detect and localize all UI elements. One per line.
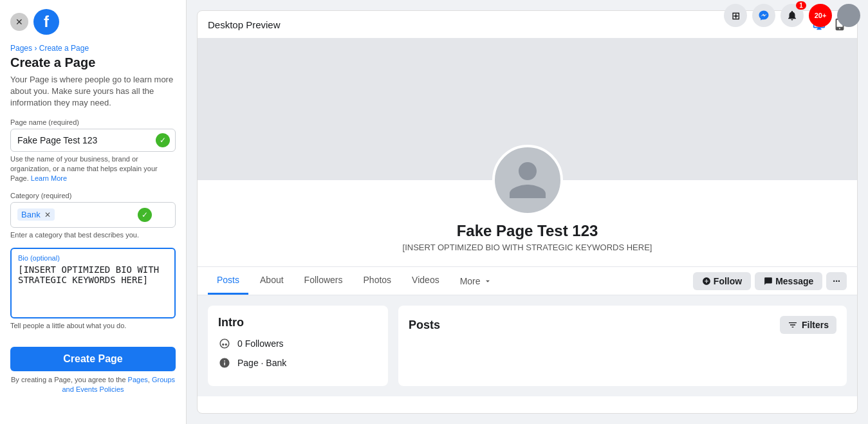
nav-tab-videos[interactable]: Videos (403, 267, 448, 295)
breadcrumb-pages[interactable]: Pages (10, 44, 32, 53)
filters-icon (788, 320, 798, 330)
page-description: Your Page is where people go to learn mo… (10, 74, 176, 109)
category-tag-remove[interactable]: ✕ (44, 210, 51, 219)
category-tag-label: Bank (21, 210, 41, 219)
page-name-check-icon: ✓ (156, 133, 170, 147)
message-icon (764, 277, 773, 286)
preview-body: Fake Page Test 123 [INSERT OPTIMIZED BIO… (198, 39, 857, 412)
create-page-button[interactable]: Create Page (10, 347, 176, 371)
category-group: Category (required) Bank ✕ ✓ Enter a cat… (10, 192, 176, 240)
page-nav-right: Follow Message ··· (693, 272, 847, 290)
bio-input[interactable]: [INSERT OPTIMIZED BIO WITH STRATEGIC KEY… (18, 264, 168, 309)
category-check-icon: ✓ (138, 208, 152, 222)
terms-text: By creating a Page, you agree to the Pag… (10, 375, 176, 395)
cover-photo (198, 39, 857, 180)
main-layout: ✕ f Pages › Create a Page Create a Page … (0, 0, 868, 424)
intro-card: Intro 0 Followers Page · Bank (208, 306, 388, 386)
nav-tab-about[interactable]: About (251, 267, 293, 295)
nav-tab-photos[interactable]: Photos (355, 267, 401, 295)
category-wrapper: Bank ✕ ✓ (10, 202, 176, 228)
top-icons: ✕ f (10, 8, 176, 35)
bio-label: Bio (optional) (18, 254, 168, 262)
terms-pages-link[interactable]: Pages (128, 376, 148, 383)
bio-hint: Tell people a little about what you do. (10, 321, 176, 331)
right-panel: Desktop Preview (187, 0, 868, 424)
category-tag[interactable]: Bank ✕ (17, 208, 55, 221)
followers-icon (218, 337, 231, 350)
nav-tab-posts[interactable]: Posts (208, 267, 248, 295)
page-name-group: Page name (required) ✓ Use the name of y… (10, 118, 176, 184)
page-name-input-wrapper: ✓ (10, 129, 176, 152)
follow-icon (702, 277, 711, 286)
more-icon[interactable]: 20+ (809, 4, 832, 27)
page-preview-name: Fake Page Test 123 (198, 222, 857, 240)
page-nav-left: Posts About Followers Photos Videos More (208, 267, 501, 295)
facebook-logo: f (33, 9, 59, 35)
message-button[interactable]: Message (755, 272, 822, 290)
breadcrumb-separator: › (34, 44, 39, 53)
posts-title: Posts (409, 318, 440, 332)
breadcrumb: Pages › Create a Page (10, 44, 176, 53)
page-content: Intro 0 Followers Page · Bank (198, 295, 857, 396)
page-name-input[interactable] (17, 135, 152, 145)
profile-avatar-icon (505, 158, 550, 203)
page-nav: Posts About Followers Photos Videos More (198, 267, 857, 295)
page-title: Create a Page (10, 55, 176, 70)
follow-button[interactable]: Follow (693, 272, 751, 290)
left-panel: ✕ f Pages › Create a Page Create a Page … (0, 0, 187, 424)
nav-tab-more[interactable]: More (451, 267, 501, 295)
category-hint: Enter a category that best describes you… (10, 230, 176, 240)
profile-photo-wrap (492, 145, 563, 216)
preview-container: Desktop Preview (197, 10, 858, 414)
notification-icon[interactable]: 1 (780, 4, 804, 27)
page-preview-bio: [INSERT OPTIMIZED BIO WITH STRATEGIC KEY… (198, 243, 857, 252)
notification-badge: 1 (796, 1, 806, 10)
chevron-down-icon (483, 277, 492, 286)
page-name-hint: Use the name of your business, brand or … (10, 154, 176, 184)
intro-page-type-item: Page · Bank (218, 356, 378, 369)
profile-photo (492, 145, 563, 216)
filters-button[interactable]: Filters (780, 316, 836, 334)
intro-followers-item: 0 Followers (218, 337, 378, 350)
info-icon (218, 356, 231, 369)
topbar: ⊞ 1 20+ (716, 0, 868, 31)
preview-title: Desktop Preview (208, 19, 281, 30)
bio-wrapper: Bio (optional) [INSERT OPTIMIZED BIO WIT… (10, 248, 176, 318)
bio-group: Bio (optional) [INSERT OPTIMIZED BIO WIT… (10, 248, 176, 331)
followers-count: 0 Followers (237, 338, 284, 349)
close-button[interactable]: ✕ (10, 13, 28, 31)
intro-title: Intro (218, 316, 378, 329)
apps-icon[interactable]: ⊞ (724, 4, 747, 27)
breadcrumb-current: Create a Page (39, 44, 89, 53)
posts-card: Posts Filters (398, 306, 847, 386)
nav-tab-followers[interactable]: Followers (295, 267, 352, 295)
page-name-label: Page name (required) (10, 118, 176, 126)
messenger-icon[interactable] (752, 4, 775, 27)
learn-more-link[interactable]: Learn More (31, 174, 67, 182)
posts-header: Posts Filters (409, 316, 836, 334)
page-type-label: Page · Bank (237, 358, 286, 368)
more-actions-button[interactable]: ··· (826, 272, 847, 290)
user-avatar[interactable] (837, 4, 860, 27)
category-label: Category (required) (10, 192, 176, 199)
